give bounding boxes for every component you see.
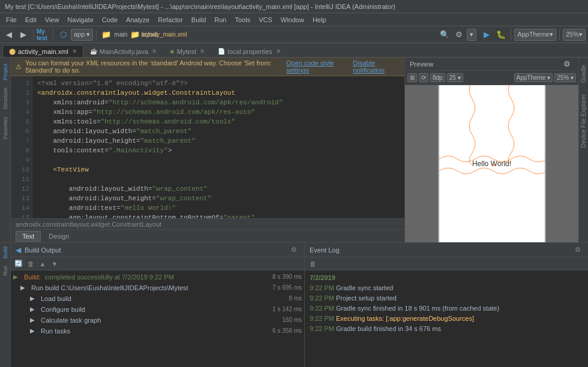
theme-dropdown[interactable]: AppTheme▾ bbox=[514, 29, 556, 41]
tab-label-mainactivity: MainActivity.java bbox=[100, 48, 148, 55]
toolbar-sep-1 bbox=[33, 29, 34, 40]
device-file-explorer-tab[interactable]: Device File Explorer bbox=[579, 89, 588, 152]
warning-banner: ⚠ You can format your XML resources in t… bbox=[11, 58, 404, 76]
menu-analyze[interactable]: Analyze bbox=[122, 15, 153, 25]
tab-text[interactable]: Text bbox=[16, 231, 41, 242]
expand-icon-1[interactable]: ▶ bbox=[20, 283, 29, 293]
debug-button[interactable]: 🐛 bbox=[494, 28, 508, 41]
expand-icon-4[interactable]: ▶ bbox=[30, 315, 38, 325]
api-version-dropdown[interactable]: 25 ▾ bbox=[447, 73, 463, 82]
theme-selector-dropdown[interactable]: AppTheme ▾ bbox=[514, 73, 553, 82]
app-dropdown[interactable]: app ▾ bbox=[71, 29, 93, 41]
menu-help[interactable]: Help bbox=[309, 15, 330, 25]
favorites-panel-tab[interactable]: Favorites bbox=[1, 113, 10, 143]
bottom-left-strip: Build Run bbox=[0, 243, 11, 367]
tab-local-properties[interactable]: 📄 local.properties ✕ bbox=[211, 45, 287, 57]
api-level-dropdown[interactable]: 8dp bbox=[430, 73, 445, 82]
search-everywhere-button[interactable]: 🔍 bbox=[438, 28, 451, 41]
run-tab[interactable]: Run bbox=[1, 262, 10, 279]
build-row-4: ▶ Calculate task graph 160 ms bbox=[11, 315, 304, 326]
event-row-3: 9:22 PM Executing tasks: [:app:generateD… bbox=[310, 314, 583, 324]
zoom-dropdown[interactable]: 25%▾ bbox=[563, 29, 586, 41]
project-panel-tab[interactable]: Project bbox=[1, 60, 10, 84]
build-chevron-icon[interactable]: ◀ bbox=[16, 246, 21, 254]
title-text: My test [C:\Users\Eusha\IntelliJIDEAProj… bbox=[5, 3, 395, 10]
build-row-0: ▶ Build: completed successfully at 7/2/2… bbox=[11, 272, 304, 282]
tab-activity-main-xml[interactable]: ⬤ activity_main.xml ✕ bbox=[2, 45, 83, 57]
expand-icon-3[interactable]: ▶ bbox=[30, 305, 38, 314]
menu-tools[interactable]: Tools bbox=[231, 15, 254, 25]
build-settings-button[interactable]: ⚙ bbox=[289, 245, 299, 255]
build-down-button[interactable]: ▼ bbox=[49, 258, 60, 269]
structure-panel-tab[interactable]: Structure bbox=[1, 84, 10, 113]
menu-vcs[interactable]: VCS bbox=[255, 15, 276, 25]
event-time-1: 9:22 PM bbox=[310, 294, 334, 302]
build-time-0: 8 s 390 ms bbox=[272, 272, 302, 282]
zoom-fit-button[interactable]: ⊞ bbox=[407, 73, 417, 82]
event-msg-2: Gradle sync finished in 18 s 901 ms (fro… bbox=[336, 305, 499, 312]
menu-window[interactable]: Window bbox=[277, 15, 308, 25]
bottom-area: Build Run ◀ Build Output ⚙ 🔄 🗑 ▲ ▼ ▶ Bui… bbox=[0, 242, 588, 367]
bottom-project-tab[interactable]: Build bbox=[1, 243, 10, 262]
code-text[interactable]: <?xml version="1.0" encoding="utf-8"?> <… bbox=[32, 76, 404, 218]
orientation-button[interactable]: ⟳ bbox=[419, 73, 428, 82]
disable-notification-link[interactable]: Disable notification bbox=[353, 59, 400, 74]
build-clear-button[interactable]: 🗑 bbox=[25, 258, 36, 269]
toolbar-sep-4 bbox=[173, 29, 174, 40]
device-dropdown[interactable]: ▾ bbox=[467, 29, 476, 41]
expand-icon-0[interactable]: ▶ bbox=[13, 272, 22, 282]
event-time-0: 9:22 PM bbox=[310, 284, 334, 291]
back-button[interactable]: ◀ bbox=[2, 28, 16, 41]
svg-point-0 bbox=[492, 164, 494, 166]
event-msg-0: Gradle sync started bbox=[336, 284, 393, 291]
preview-settings-button[interactable]: ⚙ bbox=[560, 58, 574, 71]
build-sync-button[interactable]: 🔄 bbox=[13, 258, 24, 269]
menu-refactor[interactable]: Refactor bbox=[154, 15, 187, 25]
gradle-tab[interactable]: Gradle bbox=[579, 60, 588, 88]
expand-icon-5[interactable]: ▶ bbox=[30, 326, 38, 336]
build-row-2: ▶ Load build 8 ms bbox=[11, 293, 304, 304]
code-editor[interactable]: 1234567891011121314151617181920 <?xml ve… bbox=[11, 76, 404, 218]
close-tab-mytest[interactable]: ✕ bbox=[200, 48, 205, 55]
tab-label-mytest: Mytest bbox=[177, 48, 196, 55]
event-time-2: 9:22 PM bbox=[310, 305, 334, 312]
event-content: 7/2/2019 9:22 PM Gradle sync started 9:2… bbox=[305, 270, 588, 367]
open-code-style-link[interactable]: Open code style settings bbox=[286, 59, 347, 74]
line-numbers: 1234567891011121314151617181920 bbox=[11, 76, 32, 218]
event-toolbar: 🗑 bbox=[305, 257, 588, 270]
menu-run[interactable]: Run bbox=[211, 15, 230, 25]
tab-mytest[interactable]: ◆ Mytest ✕ bbox=[163, 45, 211, 57]
event-settings-button[interactable]: ⚙ bbox=[572, 245, 583, 255]
menu-navigate[interactable]: Navigate bbox=[64, 15, 97, 25]
constraint-lines bbox=[439, 85, 546, 242]
res-icon: 📁 bbox=[128, 28, 142, 41]
event-date: 7/2/2019 bbox=[310, 274, 335, 281]
build-up-button[interactable]: ▲ bbox=[37, 258, 48, 269]
build-row-3-text: Configure build bbox=[41, 305, 85, 314]
tab-mainactivity-java[interactable]: ☕ MainActivity.java ✕ bbox=[83, 45, 163, 57]
expand-icon-2[interactable]: ▶ bbox=[30, 294, 38, 303]
menu-view[interactable]: View bbox=[41, 15, 63, 25]
run-button[interactable]: ▶ bbox=[480, 28, 493, 41]
settings-button[interactable]: ⚙ bbox=[452, 28, 466, 41]
menu-file[interactable]: File bbox=[2, 15, 20, 25]
event-msg-3: Executing tasks: [:app:generateDebugSour… bbox=[336, 315, 474, 322]
toolbar-sep-6 bbox=[559, 29, 560, 40]
build-time-5: 6 s 358 ms bbox=[272, 326, 302, 336]
close-tab-activity-main[interactable]: ✕ bbox=[72, 48, 77, 55]
event-log-title: Event Log bbox=[310, 246, 340, 254]
close-tab-mainactivity[interactable]: ✕ bbox=[152, 48, 157, 55]
tab-design[interactable]: Design bbox=[42, 231, 76, 242]
preview-zoom-dropdown[interactable]: 25% ▾ bbox=[554, 73, 576, 82]
preview-panel: Preview ⚙ ⊞ ⟳ 8dp 25 ▾ AppTheme ▾ 25% ▾ bbox=[404, 58, 578, 242]
build-toolbar: 🔄 🗑 ▲ ▼ bbox=[11, 257, 304, 270]
toolbar-sep-3 bbox=[96, 29, 97, 40]
menu-edit[interactable]: Edit bbox=[22, 15, 40, 25]
menu-code[interactable]: Code bbox=[98, 15, 121, 25]
menu-build[interactable]: Build bbox=[188, 15, 209, 25]
build-label: Build: bbox=[24, 272, 41, 282]
forward-button[interactable]: ▶ bbox=[17, 28, 30, 41]
close-tab-local-properties[interactable]: ✕ bbox=[276, 48, 281, 55]
event-clear-button[interactable]: 🗑 bbox=[307, 258, 318, 269]
tab-label-activity-main: activity_main.xml bbox=[18, 48, 68, 55]
